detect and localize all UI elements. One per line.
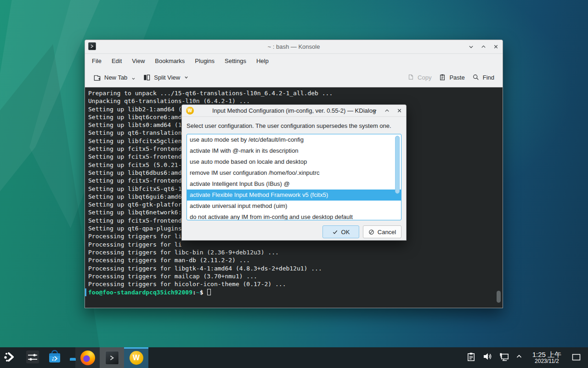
prompt-path: ~ — [196, 289, 200, 296]
new-tab-label: New Tab — [104, 74, 127, 81]
terminal-line: Processing triggers for man-db (2.11.2-2… — [88, 256, 503, 264]
terminal-line: Processing triggers for libc-bin (2.36-9… — [88, 248, 503, 256]
maximize-icon[interactable] — [480, 44, 486, 50]
show-desktop-button[interactable] — [571, 353, 581, 362]
cancel-button[interactable]: Cancel — [363, 225, 401, 238]
new-tab-icon — [93, 74, 101, 81]
terminal-prompt-line: foo@foo-standardpcq35ich92009:~$ — [88, 288, 503, 296]
konsole-toolbar: New Tab Split View Copy Paste Find — [85, 68, 503, 87]
terminal-line: Processing triggers for hicolor-icon-the… — [88, 280, 503, 288]
show-desktop-icon — [572, 354, 581, 361]
konsole-icon — [105, 351, 119, 365]
chevron-up-icon — [516, 353, 522, 360]
split-view-label: Split View — [154, 74, 180, 81]
im-list-item[interactable]: activate universal input method (uim) — [187, 201, 401, 212]
im-list-item[interactable]: activate Flexible Input Method Framework… — [187, 190, 401, 201]
im-list-item[interactable]: activate Intelligent Input Bus (IBus) @ — [187, 178, 401, 190]
prompt-user-host: foo@foo-standardpcq35ich92009 — [88, 289, 192, 296]
minimize-icon[interactable] — [468, 44, 474, 50]
task-button-firefox[interactable] — [75, 347, 100, 368]
new-output-marker — [85, 288, 86, 296]
menu-item[interactable]: View — [127, 55, 150, 67]
close-icon[interactable] — [396, 108, 402, 114]
copy-button: Copy — [403, 70, 435, 84]
im-list-item[interactable]: do not activate any IM from im-config an… — [187, 212, 401, 220]
im-list-item[interactable]: activate IM with @-mark in its descripti… — [187, 145, 401, 156]
maximize-icon[interactable] — [384, 108, 390, 114]
search-icon — [472, 74, 480, 81]
terminal-line: Processing triggers for mailcap (3.70+nm… — [88, 272, 503, 280]
copy-icon — [407, 74, 414, 81]
clock-date: 2023/11/2 — [532, 358, 561, 365]
konsole-titlebar[interactable]: ~ : bash — Konsole — [85, 40, 503, 54]
dialog-titlebar[interactable]: W Input Method Configuration (im-config,… — [182, 105, 406, 117]
chevron-down-icon — [131, 74, 136, 80]
im-list-item[interactable]: remove IM user configuration /home/foo/.… — [187, 167, 401, 178]
taskbar-panel: W 1:25 上午 2023/11/2 — [0, 347, 588, 368]
network-tray-icon[interactable] — [499, 351, 509, 364]
cancel-label: Cancel — [378, 229, 396, 236]
cancel-icon — [368, 229, 374, 235]
menu-item[interactable]: Help — [251, 55, 274, 67]
app-launcher-button[interactable] — [3, 350, 17, 366]
menu-item[interactable]: Bookmarks — [150, 55, 190, 67]
clock-time: 1:25 上午 — [532, 351, 561, 358]
copy-label: Copy — [418, 74, 431, 81]
dialog-instruction-label: Select user configuration. The user conf… — [187, 122, 401, 129]
terminal-cursor — [207, 289, 211, 295]
terminal-line: Processing triggers for libgtk-4-1:amd64… — [88, 264, 503, 272]
terminal-line: Unpacking qt6-translations-l10n (6.4.2-1… — [88, 97, 503, 105]
paste-button[interactable]: Paste — [435, 70, 468, 84]
clipboard-tray-icon[interactable] — [466, 352, 476, 363]
im-config-app-icon: W — [186, 107, 194, 115]
close-icon[interactable] — [492, 44, 499, 50]
kde-launcher-icon — [3, 350, 17, 364]
im-list-items: use auto mode set by /etc/default/im-con… — [187, 134, 401, 220]
prompt-dollar: $ — [200, 289, 204, 296]
digital-clock[interactable]: 1:25 上午 2023/11/2 — [532, 351, 561, 365]
minimize-icon[interactable] — [371, 108, 378, 114]
menu-item[interactable]: Plugins — [190, 55, 220, 67]
konsole-window-icon — [88, 42, 96, 50]
ok-label: OK — [341, 229, 350, 236]
firefox-icon — [80, 351, 95, 365]
konsole-menubar: FileEditViewBookmarksPluginsSettingsHelp — [85, 54, 503, 68]
paste-label: Paste — [449, 74, 464, 81]
volume-tray-icon[interactable] — [482, 351, 492, 363]
im-list-item[interactable]: use auto mode set by /etc/default/im-con… — [187, 134, 401, 145]
find-button[interactable]: Find — [469, 70, 498, 84]
prompt-colon: : — [192, 289, 196, 296]
split-view-button[interactable]: Split View — [139, 70, 192, 85]
im-list-item[interactable]: use auto mode based on locale and deskto… — [187, 156, 401, 167]
menu-item[interactable]: Settings — [220, 55, 251, 67]
discover-bag-icon — [48, 350, 62, 364]
check-icon — [332, 229, 338, 235]
menu-item[interactable]: Edit — [107, 55, 127, 67]
discover-launcher[interactable] — [48, 350, 62, 366]
paste-icon — [439, 74, 446, 81]
list-scrollbar[interactable] — [395, 136, 400, 194]
im-config-dialog: W Input Method Configuration (im-config,… — [181, 104, 407, 241]
terminal-scrollbar[interactable] — [497, 291, 501, 303]
tray-expand-arrow[interactable] — [516, 353, 522, 362]
split-view-icon — [143, 74, 151, 81]
ok-button[interactable]: OK — [322, 225, 359, 238]
im-method-list[interactable]: use auto mode set by /etc/default/im-con… — [187, 134, 401, 220]
new-tab-button[interactable]: New Tab — [90, 70, 139, 85]
konsole-window-title: ~ : bash — Konsole — [85, 43, 503, 50]
task-button-im-config[interactable]: W — [124, 347, 148, 368]
chevron-down-icon — [184, 75, 188, 80]
find-label: Find — [483, 74, 494, 81]
terminal-line: Preparing to unpack .../15-qt6-translati… — [88, 89, 503, 97]
im-config-icon: W — [130, 351, 143, 365]
task-button-konsole[interactable] — [100, 347, 124, 368]
settings-sliders-icon — [26, 350, 40, 364]
terminal-line: Processing triggers for li — [88, 241, 503, 248]
system-settings-launcher[interactable] — [26, 350, 40, 366]
menu-item[interactable]: File — [87, 55, 107, 67]
